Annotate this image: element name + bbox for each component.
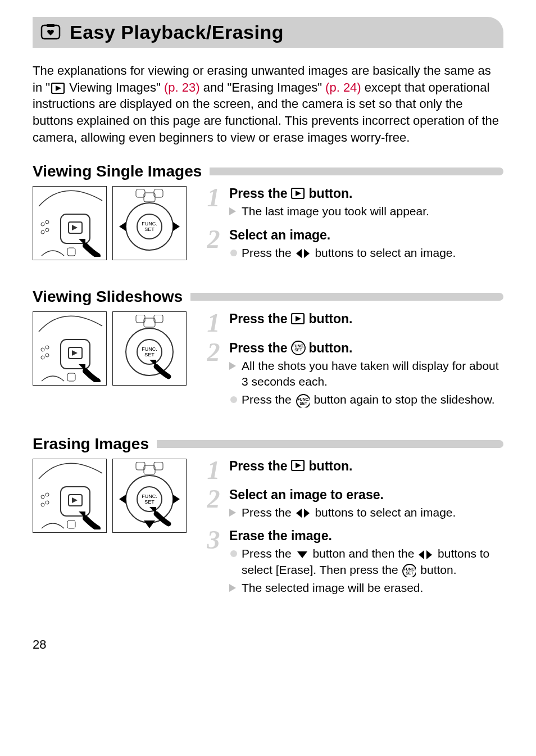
step-2-title: Select an image to erase. bbox=[229, 487, 503, 503]
step-text: Press the bbox=[229, 459, 288, 474]
step-text: button and then the bbox=[312, 547, 417, 560]
heading-bar bbox=[190, 293, 503, 301]
heading-bar bbox=[210, 168, 503, 175]
page-number: 28 bbox=[33, 637, 503, 652]
page-ref-24[interactable]: (p. 24) bbox=[325, 80, 361, 94]
section-heading-label: Erasing Images bbox=[33, 435, 149, 453]
step-number-2: 2 bbox=[203, 487, 224, 523]
camera-back-diagram bbox=[33, 311, 107, 386]
svg-marker-32 bbox=[144, 520, 155, 528]
step-text: button. bbox=[309, 311, 353, 327]
section-heading-label: Viewing Slideshows bbox=[33, 288, 183, 306]
page-title: Easy Playback/Erasing bbox=[70, 21, 284, 43]
step-text: button. bbox=[420, 563, 456, 576]
step-text: Press the bbox=[242, 506, 295, 519]
control-wheel-diagram bbox=[112, 459, 187, 533]
step-text: button. bbox=[309, 341, 353, 356]
step-3-detail-2: The selected image will be erased. bbox=[229, 580, 503, 596]
step-2-detail: Press the buttons to select an image. bbox=[229, 505, 503, 520]
step-text: buttons to select an image. bbox=[315, 506, 456, 519]
step-number-2: 2 bbox=[203, 341, 224, 410]
playback-icon bbox=[291, 313, 306, 325]
svg-marker-30 bbox=[119, 495, 126, 504]
step-text: Press the bbox=[229, 186, 288, 201]
step-number-1: 1 bbox=[203, 311, 224, 334]
diagram-group bbox=[33, 459, 190, 604]
page-title-bar: Easy Playback/Erasing bbox=[33, 17, 503, 48]
left-right-icon bbox=[419, 549, 433, 560]
section-heading-erasing: Erasing Images bbox=[33, 435, 503, 453]
intro-paragraph: The explanations for viewing or erasing … bbox=[33, 62, 503, 146]
step-2-detail-2: Press the button again to stop the slide… bbox=[229, 392, 503, 408]
step-2-title: Press the button. bbox=[229, 341, 503, 356]
heading-bar bbox=[157, 440, 503, 448]
step-text: Press the bbox=[242, 393, 295, 406]
func-set-icon bbox=[291, 341, 306, 355]
left-right-icon bbox=[296, 248, 311, 259]
playback-icon bbox=[291, 188, 306, 200]
step-3-detail-1: Press the button and then the buttons to… bbox=[229, 546, 503, 578]
step-3-title: Erase the image. bbox=[229, 528, 503, 544]
diagram-group bbox=[33, 186, 190, 269]
func-set-icon bbox=[402, 564, 416, 577]
camera-back-diagram bbox=[33, 459, 107, 533]
down-icon bbox=[296, 550, 308, 559]
step-number-1: 1 bbox=[203, 186, 224, 221]
step-number-1: 1 bbox=[203, 459, 224, 482]
diagram-group bbox=[33, 311, 190, 415]
playback-icon bbox=[51, 83, 65, 94]
svg-marker-28 bbox=[173, 222, 180, 231]
step-text: button. bbox=[309, 459, 353, 474]
step-1-title: Press the button. bbox=[229, 186, 503, 201]
step-text: Press the bbox=[242, 246, 295, 259]
svg-marker-27 bbox=[119, 222, 126, 231]
step-2-title: Select an image. bbox=[229, 228, 503, 243]
step-number-2: 2 bbox=[203, 228, 224, 263]
step-text: Press the bbox=[229, 311, 288, 327]
step-number-3: 3 bbox=[203, 528, 224, 598]
camera-back-diagram bbox=[33, 186, 107, 260]
control-wheel-diagram bbox=[112, 311, 187, 386]
intro-text-3: and "Erasing Images" bbox=[200, 80, 326, 94]
step-1-title: Press the button. bbox=[229, 311, 503, 327]
func-set-icon bbox=[296, 394, 310, 408]
step-text: button again to stop the slideshow. bbox=[314, 393, 494, 406]
section-heading-label: Viewing Single Images bbox=[33, 162, 202, 180]
step-text: button. bbox=[309, 186, 353, 201]
section-heading-viewing-single: Viewing Single Images bbox=[33, 162, 503, 180]
control-wheel-diagram bbox=[112, 186, 187, 260]
left-right-icon bbox=[296, 508, 311, 519]
step-2-detail-1: All the shots you have taken will displa… bbox=[229, 358, 503, 390]
playback-icon bbox=[291, 460, 306, 472]
step-text: buttons to select an image. bbox=[315, 246, 456, 259]
step-2-detail: Press the buttons to select an image. bbox=[229, 245, 503, 261]
section-heading-viewing-slideshows: Viewing Slideshows bbox=[33, 288, 503, 306]
page-ref-23[interactable]: (p. 23) bbox=[164, 80, 200, 94]
step-text: Press the bbox=[229, 341, 288, 356]
step-1-title: Press the button. bbox=[229, 459, 503, 474]
heart-camera-icon bbox=[40, 24, 62, 41]
step-1-detail: The last image you took will appear. bbox=[229, 203, 503, 219]
svg-marker-31 bbox=[173, 495, 180, 504]
intro-text-2: Viewing Images" bbox=[66, 80, 164, 94]
step-text: Press the bbox=[242, 547, 295, 560]
